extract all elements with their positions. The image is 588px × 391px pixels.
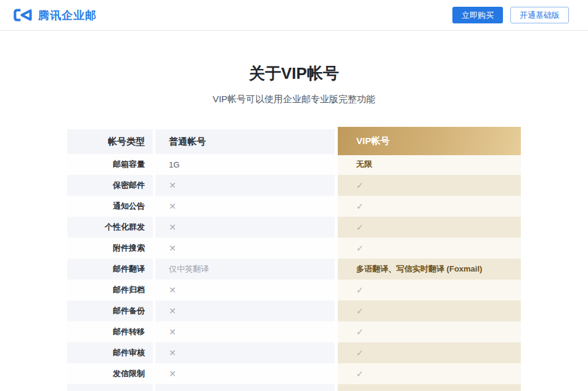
- vip-account-cell: 无限: [338, 154, 521, 175]
- vip-account-cell: ✓: [338, 175, 521, 196]
- column-header-account-type: 帐号类型: [67, 129, 153, 154]
- feature-label: 邮件备份: [67, 300, 153, 321]
- vip-account-value: ✓: [356, 327, 364, 337]
- vip-account-cell: ✓: [338, 196, 521, 217]
- normal-account-cell: 1G: [155, 154, 335, 175]
- normal-account-cell: ✕: [155, 280, 335, 300]
- normal-account-cell: ✕: [155, 300, 335, 321]
- exmail-logo-icon: [13, 8, 33, 22]
- normal-account-cell: ✕: [155, 363, 335, 384]
- vip-account-value: ✓: [356, 369, 364, 379]
- feature-label: 发信限制: [67, 363, 153, 384]
- normal-account-value: 仅中英翻译: [169, 264, 209, 275]
- exmail-logo-text: 腾讯企业邮: [38, 8, 97, 23]
- table-row: 个性化群发 ✕ ✓: [67, 217, 521, 238]
- vip-account-cell: ✓: [338, 363, 521, 384]
- feature-label: 个性化群发: [67, 217, 153, 238]
- normal-account-cell: ✕: [155, 238, 335, 259]
- vip-account-value: ✓: [356, 222, 364, 232]
- feature-label: 邮箱容量: [67, 154, 153, 175]
- normal-account-value: ✕: [169, 285, 176, 295]
- table-row: 附件搜索 ✕ ✓: [67, 238, 521, 259]
- vip-account-value: ✓: [356, 201, 364, 211]
- normal-account-cell: ✕: [155, 175, 335, 196]
- table-header-row: 帐号类型 普通帐号 VIP帐号: [67, 129, 521, 154]
- normal-account-value: ✕: [169, 369, 176, 379]
- table-row: 通知公告 ✕ ✓: [67, 196, 521, 217]
- feature-label: 邮件审核: [67, 342, 153, 363]
- normal-account-cell: ✕: [155, 342, 335, 363]
- feature-label: 邮件转移: [67, 321, 153, 342]
- table-row: 邮件转移 ✕ ✓: [67, 321, 521, 342]
- vip-account-value: ✓: [356, 180, 364, 190]
- exmail-logo[interactable]: 腾讯企业邮: [13, 8, 97, 23]
- vip-account-cell: ✓: [338, 342, 521, 363]
- vip-account-cell: ✓: [338, 300, 521, 321]
- open-basic-edition-button[interactable]: 开通基础版: [510, 7, 569, 23]
- normal-account-value: 1G: [169, 160, 179, 169]
- table-row: 邮件翻译 仅中英翻译 多语翻译、写信实时翻译 (Foxmail): [67, 259, 521, 280]
- vip-account-cell: ✓: [338, 321, 521, 342]
- table-body: 邮箱容量 1G 无限 保密邮件 ✕ ✓ 通知公告 ✕ ✓ 个性化群发 ✕ ✓ 附…: [67, 154, 521, 384]
- feature-label: 通知公告: [67, 196, 153, 217]
- vip-account-cell: 多语翻译、写信实时翻译 (Foxmail): [338, 259, 521, 280]
- normal-account-cell: 仅中英翻译: [155, 259, 335, 280]
- feature-label: 附件搜索: [67, 238, 153, 259]
- top-navigation-bar: 腾讯企业邮 立即购买 开通基础版: [0, 0, 588, 31]
- vip-account-cell: ✓: [338, 217, 521, 238]
- table-row-partial: [67, 384, 521, 391]
- column-header-normal-account: 普通帐号: [155, 129, 335, 154]
- feature-label: 保密邮件: [67, 175, 153, 196]
- page-subtitle: VIP帐号可以使用企业邮专业版完整功能: [0, 94, 588, 105]
- vip-account-value: 多语翻译、写信实时翻译 (Foxmail): [356, 264, 482, 275]
- vip-comparison-table: 帐号类型 普通帐号 VIP帐号 邮箱容量 1G 无限 保密邮件 ✕ ✓ 通知公告…: [67, 129, 521, 391]
- normal-account-value: ✕: [169, 306, 176, 316]
- column-header-vip-account: VIP帐号: [338, 127, 521, 155]
- table-row: 邮件审核 ✕ ✓: [67, 342, 521, 363]
- normal-account-value: ✕: [169, 243, 176, 253]
- table-row: 邮件归档 ✕ ✓: [67, 280, 521, 300]
- vip-account-value: ✓: [356, 306, 364, 316]
- normal-account-cell: ✕: [155, 321, 335, 342]
- normal-account-cell: ✕: [155, 196, 335, 217]
- vip-account-cell: ✓: [338, 280, 521, 300]
- page-title: 关于VIP帐号: [0, 63, 588, 84]
- vip-account-value: 无限: [356, 159, 372, 170]
- vip-account-value: ✓: [356, 285, 364, 295]
- normal-account-value: ✕: [169, 327, 176, 337]
- table-row: 邮件备份 ✕ ✓: [67, 300, 521, 321]
- normal-account-value: ✕: [169, 180, 176, 190]
- vip-account-cell: ✓: [338, 238, 521, 259]
- table-row: 邮箱容量 1G 无限: [67, 154, 521, 175]
- buy-now-button[interactable]: 立即购买: [452, 7, 503, 23]
- vip-account-value: ✓: [356, 243, 364, 253]
- feature-label: 邮件归档: [67, 280, 153, 300]
- vip-account-section: 关于VIP帐号 VIP帐号可以使用企业邮专业版完整功能: [0, 63, 588, 105]
- normal-account-cell: ✕: [155, 217, 335, 238]
- feature-label: 邮件翻译: [67, 259, 153, 280]
- table-row: 保密邮件 ✕ ✓: [67, 175, 521, 196]
- normal-account-value: ✕: [169, 222, 176, 232]
- table-row: 发信限制 ✕ ✓: [67, 363, 521, 384]
- vip-account-value: ✓: [356, 348, 364, 358]
- normal-account-value: ✕: [169, 201, 176, 211]
- normal-account-value: ✕: [169, 348, 176, 358]
